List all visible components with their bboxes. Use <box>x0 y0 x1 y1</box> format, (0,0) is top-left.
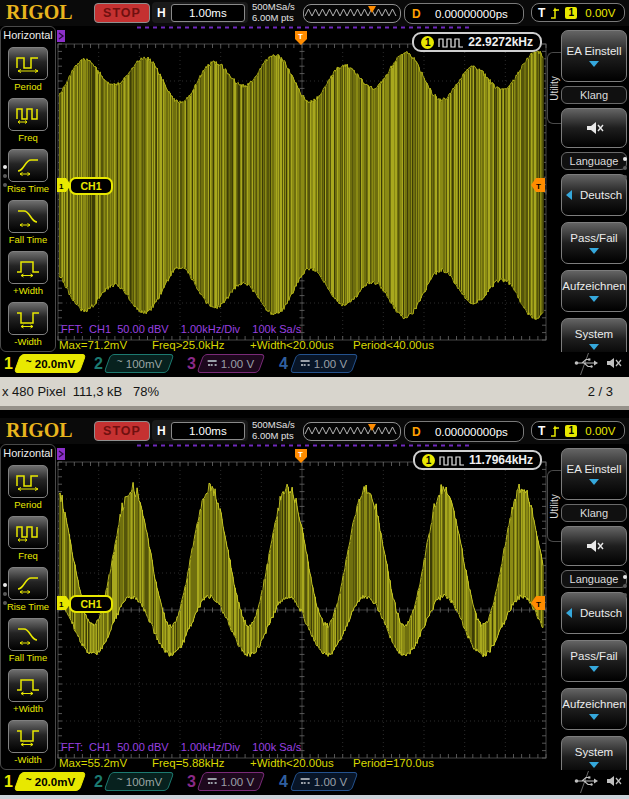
oscilloscope-screen: RIGOL STOP H 1.00ms 500MSa/s 6.00M pts D… <box>0 0 629 377</box>
minus-width-icon <box>15 309 41 329</box>
channel-status-bar: 1 ~ 20.0mV 2 ~ 100mV 3 1.00 V <box>0 352 629 377</box>
period-icon <box>15 54 41 74</box>
measure-item-period[interactable]: Period <box>1 47 55 92</box>
measurement-freq: Freq=5.88kHz <box>152 757 225 769</box>
image-page-indicator: 2 / 3 <box>588 384 613 399</box>
channel2-scale: 100mV <box>126 776 162 788</box>
waveform-preview-bar[interactable] <box>303 422 401 441</box>
measurement-max: Max=71.2mV <box>59 339 127 351</box>
fft-status-line: FFT: CH1 50.00 dBV 1.00kHz/Div 100k Sa/s <box>61 741 301 753</box>
trigger-level-value: 0.00V <box>585 7 615 19</box>
svg-text:1: 1 <box>59 182 64 191</box>
counter-frequency: 22.9272kHz <box>468 35 533 49</box>
measurement-pos-width: +Width<20.00us <box>250 757 334 769</box>
status-icons <box>574 775 623 787</box>
measure-item-freq[interactable]: Freq <box>1 98 55 143</box>
measure-item-period[interactable]: Period <box>1 465 55 510</box>
trigger-label: T <box>538 6 545 20</box>
delay-group: D 0.00000000ps <box>404 421 524 442</box>
run-stop-status[interactable]: STOP <box>94 421 150 441</box>
fall-time-icon <box>15 625 41 645</box>
delay-value: 0.00000000ps <box>428 8 523 20</box>
measure-item-fall-time[interactable]: Fall Time <box>1 618 55 663</box>
run-stop-status[interactable]: STOP <box>94 3 150 23</box>
rise-time-icon <box>15 156 41 176</box>
measurement-max: Max=55.2mV <box>59 757 127 769</box>
waveform-preview-bar[interactable] <box>303 4 401 23</box>
trigger-source-badge: 1 <box>565 425 577 437</box>
horizontal-measure-menu: Horizontal Period Freq <box>0 444 56 770</box>
ac-coupling-icon: ~ <box>117 774 123 785</box>
channel1-scale: 20.0mV <box>35 776 75 788</box>
measure-item-fall-time[interactable]: Fall Time <box>1 200 55 245</box>
klang-mute-button[interactable] <box>561 108 627 148</box>
channel2-scale: 100mV <box>126 358 162 370</box>
timebase-value[interactable]: 1.00ms <box>171 422 245 440</box>
freq-icon <box>15 523 41 543</box>
trigger-position-marker: T <box>295 31 307 45</box>
channel3-scale: 1.00 V <box>221 776 254 788</box>
measurement-row: Max=71.2mV Freq>25.0kHz +Width<20.00us P… <box>57 339 547 352</box>
fft-status-line: FFT: CH1 50.00 dBV 1.00kHz/Div 100k Sa/s <box>61 323 301 335</box>
image-viewer-status-bar: x 480 Pixel 111,3 kB 78% 2 / 3 <box>0 377 629 410</box>
sample-rate: 500MSa/s <box>252 420 295 431</box>
measurement-pos-width: +Width<20.00us <box>250 339 334 351</box>
waveform-display: T1T <box>57 444 547 770</box>
fall-time-icon <box>15 207 41 227</box>
trigger-source-badge: 1 <box>565 7 577 19</box>
waveform-display: T1T <box>57 26 547 352</box>
language-value-button[interactable]: Deutsch <box>561 592 627 634</box>
trigger-group: T 1 0.00V <box>531 3 625 22</box>
channel4-scale: 1.00 V <box>314 776 347 788</box>
language-value-button[interactable]: Deutsch <box>561 174 627 216</box>
acquisition-info: 500MSa/s 6.00M pts <box>252 2 295 23</box>
measure-item-rise-time[interactable]: Rise Time <box>1 149 55 194</box>
record-button[interactable]: Aufzeichnen <box>561 270 627 312</box>
measurement-period: Period<40.00us <box>353 339 434 351</box>
utility-menu-tab: Utility <box>547 52 561 124</box>
speaker-muted-icon <box>584 538 604 554</box>
measurement-row: Max=55.2mV Freq=5.88kHz +Width<20.00us P… <box>57 757 547 770</box>
record-button[interactable]: Aufzeichnen <box>561 688 627 730</box>
measure-item-neg-width[interactable]: -Width <box>1 302 55 347</box>
svg-text:T: T <box>298 450 303 459</box>
svg-text:T: T <box>536 600 541 609</box>
scope-topbar: RIGOL STOP H 1.00ms 500MSa/s 6.00M pts D… <box>0 418 629 444</box>
trigger-group: T 1 0.00V <box>531 421 625 440</box>
counter-frequency: 11.7964kHz <box>469 453 533 467</box>
channel1-position-label[interactable]: CH1 <box>69 177 113 195</box>
language-label: Language <box>561 570 627 588</box>
horizontal-timebase-group: H 1.00ms <box>152 2 248 23</box>
ea-einstell-button[interactable]: EA Einstell <box>561 448 627 500</box>
ea-einstell-button[interactable]: EA Einstell <box>561 30 627 82</box>
oscilloscope-screen: RIGOL STOP H 1.00ms 500MSa/s 6.00M pts D… <box>0 418 629 795</box>
menu-down-arrow-icon <box>589 714 599 720</box>
delay-label: D <box>405 7 428 21</box>
measure-item-freq[interactable]: Freq <box>1 516 55 561</box>
pass-fail-button[interactable]: Pass/Fail <box>561 640 627 682</box>
measure-item-pos-width[interactable]: +Width <box>1 251 55 296</box>
timebase-value[interactable]: 1.00ms <box>171 4 245 22</box>
speaker-muted-icon <box>584 120 604 136</box>
ac-coupling-icon: ~ <box>117 356 123 367</box>
trigger-position-marker: T <box>295 449 307 463</box>
measure-item-rise-time[interactable]: Rise Time <box>1 567 55 612</box>
plus-width-icon <box>15 676 41 696</box>
klang-label: Klang <box>561 504 627 522</box>
rigol-logo: RIGOL <box>6 1 73 24</box>
klang-mute-button[interactable] <box>561 526 627 566</box>
menu-left-arrow-icon <box>566 190 572 200</box>
pass-fail-button[interactable]: Pass/Fail <box>561 222 627 264</box>
menu-down-arrow-icon <box>589 762 599 768</box>
channel1-position-label[interactable]: CH1 <box>69 595 113 613</box>
utility-menu-tab: Utility <box>547 470 561 542</box>
h-label: H <box>152 6 171 20</box>
measure-item-neg-width[interactable]: -Width <box>1 720 55 765</box>
left-menu-page-dots <box>3 165 7 187</box>
dc-coupling-icon <box>208 360 217 369</box>
measure-item-pos-width[interactable]: +Width <box>1 669 55 714</box>
math-channel-marker <box>57 448 65 460</box>
language-label: Language <box>561 152 627 170</box>
trigger-slope-icon <box>549 6 561 20</box>
status-icons <box>574 357 623 369</box>
